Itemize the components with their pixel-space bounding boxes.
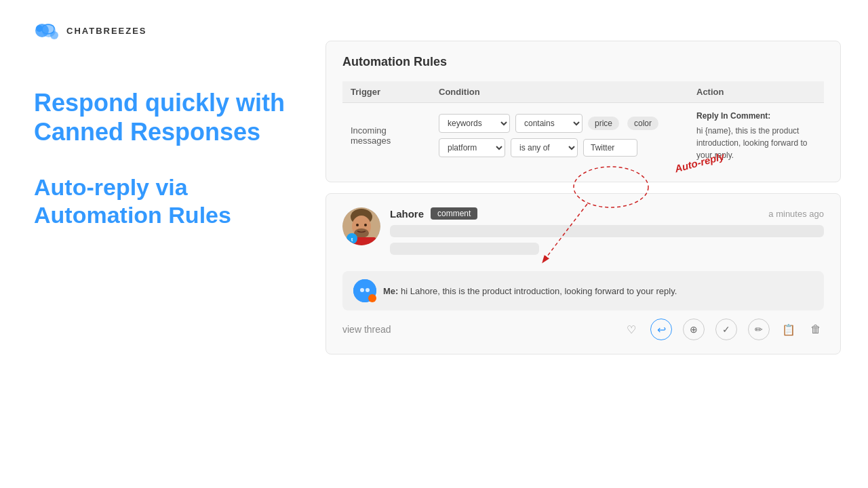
chat-bubble-2 — [390, 243, 539, 255]
reply-sender: Me: — [383, 286, 398, 296]
col-condition: Condition — [431, 81, 688, 103]
svg-point-9 — [356, 224, 359, 226]
comment-badge: comment — [431, 207, 477, 220]
logo-area: CHATBREEZES — [34, 20, 147, 41]
chat-message-row: t Lahore comment a minutes ago — [342, 207, 824, 260]
check-icon[interactable]: ✓ — [715, 319, 737, 340]
svg-text:t: t — [351, 237, 353, 243]
col-action: Action — [688, 81, 824, 103]
col-trigger: Trigger — [342, 81, 431, 103]
chat-actions: view thread ♡ ↩ ⊕ ✓ ✏ 📋 🗑 — [342, 319, 824, 340]
reply-icon[interactable]: ↩ — [650, 319, 672, 340]
left-panel: Respond quickly with Canned Responses Au… — [34, 88, 292, 229]
automation-title: Automation Rules — [342, 55, 824, 69]
tag-price: price — [588, 117, 619, 130]
heart-icon[interactable]: ♡ — [623, 321, 639, 338]
svg-point-18 — [368, 294, 376, 302]
avatar-svg: t — [342, 207, 380, 245]
action-title: Reply In Comment: — [696, 110, 816, 122]
svg-point-10 — [364, 224, 367, 226]
automation-rules-section: Automation Rules Trigger Condition Actio… — [326, 41, 841, 182]
chat-name: Lahore — [390, 208, 424, 220]
logo-icon — [34, 20, 61, 41]
rules-table: Trigger Condition Action Incomingmessage… — [342, 81, 824, 168]
right-panel: Automation Rules Trigger Condition Actio… — [326, 41, 841, 354]
chat-bubble-1 — [390, 225, 824, 237]
svg-point-16 — [360, 288, 364, 292]
auto-reply-text: Me: hi Lahore, this is the product intro… — [383, 286, 677, 296]
contains-select[interactable]: contains — [515, 114, 583, 133]
tag-color: color — [627, 117, 658, 130]
chat-time: a minutes ago — [768, 209, 824, 219]
auto-reply-message: Me: hi Lahore, this is the product intro… — [342, 271, 824, 310]
svg-point-17 — [366, 288, 370, 292]
table-row: Incomingmessages keywords contains price — [342, 103, 824, 169]
trash-icon[interactable]: 🗑 — [808, 321, 824, 338]
chat-header: Lahore comment a minutes ago — [390, 207, 824, 220]
bot-avatar-svg — [353, 279, 376, 302]
reply-text: hi Lahore, this is the product introduct… — [401, 286, 677, 296]
platform-select[interactable]: platform — [439, 138, 505, 157]
action-cell: Reply In Comment: hi {name}, this is the… — [688, 103, 824, 169]
auto-reply-avatar — [353, 279, 376, 302]
condition-cell: keywords contains price color platform — [431, 103, 688, 169]
condition-row-2: platform is any of Twitter — [439, 138, 680, 157]
condition-row-1: keywords contains price color — [439, 114, 680, 133]
chat-content: Lahore comment a minutes ago — [390, 207, 824, 260]
headline-canned: Respond quickly with Canned Responses — [34, 88, 292, 146]
trigger-cell: Incomingmessages — [342, 103, 431, 169]
keywords-select[interactable]: keywords — [439, 114, 510, 133]
clipboard-icon[interactable]: 📋 — [781, 321, 797, 338]
chat-section: Auto-reply — [326, 193, 841, 354]
twitter-value: Twitter — [583, 139, 637, 157]
logo-text: CHATBREEZES — [66, 26, 147, 36]
view-thread-link[interactable]: view thread — [342, 324, 391, 335]
is-any-of-select[interactable]: is any of — [511, 138, 578, 157]
svg-point-3 — [50, 31, 58, 39]
tag-icon[interactable]: ✏ — [748, 319, 770, 340]
messenger-icon[interactable]: ⊕ — [683, 319, 705, 340]
action-text: hi {name}, this is the product introduct… — [696, 125, 816, 161]
headline-auto-reply: Auto-reply via Automation Rules — [34, 174, 292, 229]
trigger-label: Incomingmessages — [351, 125, 391, 146]
avatar: t — [342, 207, 380, 245]
